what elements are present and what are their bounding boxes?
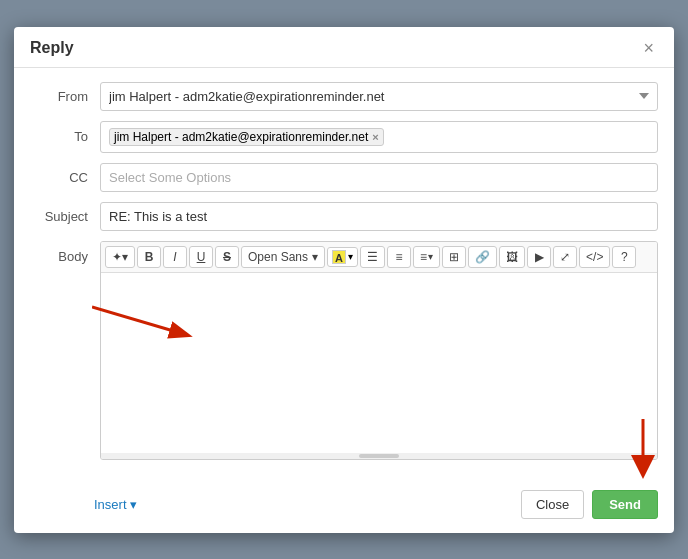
from-row: From jim Halpert - adm2katie@expirationr…: [30, 82, 658, 111]
modal-body: From jim Halpert - adm2katie@expirationr…: [14, 68, 674, 482]
toolbar-table-btn[interactable]: ⊞: [442, 246, 466, 268]
to-label: To: [30, 129, 100, 144]
toolbar-font-dropdown[interactable]: Open Sans ▾: [241, 246, 325, 268]
insert-button[interactable]: Insert ▾: [94, 497, 137, 512]
cc-field[interactable]: Select Some Options: [100, 163, 658, 192]
toolbar-underline-btn[interactable]: U: [189, 246, 213, 268]
toolbar-code-btn[interactable]: </>: [579, 246, 610, 268]
reply-modal: Reply × From jim Halpert - adm2katie@exp…: [14, 27, 674, 533]
footer-actions: Close Send: [521, 490, 658, 519]
toolbar-numbered-list-btn[interactable]: ≡: [387, 246, 411, 268]
close-icon[interactable]: ×: [639, 39, 658, 57]
insert-label: Insert: [94, 497, 127, 512]
toolbar-image-btn[interactable]: 🖼: [499, 246, 525, 268]
to-tag: jim Halpert - adm2katie@expirationremind…: [109, 128, 384, 146]
modal-overlay: Reply × From jim Halpert - adm2katie@exp…: [0, 0, 688, 559]
close-button[interactable]: Close: [521, 490, 584, 519]
subject-input[interactable]: [100, 202, 658, 231]
toolbar-align-btn[interactable]: ≡▾: [413, 246, 440, 268]
from-label: From: [30, 89, 100, 104]
to-tag-remove[interactable]: ×: [372, 131, 378, 143]
toolbar-help-btn[interactable]: ?: [612, 246, 636, 268]
toolbar-link-btn[interactable]: 🔗: [468, 246, 497, 268]
editor-content[interactable]: [101, 273, 657, 453]
modal-footer: Insert ▾ Close Send: [14, 482, 674, 533]
color-chevron: ▾: [348, 251, 353, 262]
cc-placeholder: Select Some Options: [109, 170, 231, 185]
editor-toolbar: ✦▾ B I U S Open Sans ▾: [101, 242, 657, 273]
toolbar-color-btn[interactable]: A ▾: [327, 247, 358, 267]
cc-label: CC: [30, 170, 100, 185]
subject-row: Subject: [30, 202, 658, 231]
insert-chevron: ▾: [130, 497, 137, 512]
editor-wrapper: ✦▾ B I U S Open Sans ▾: [100, 241, 658, 460]
to-field[interactable]: jim Halpert - adm2katie@expirationremind…: [100, 121, 658, 153]
toolbar-italic-btn[interactable]: I: [163, 246, 187, 268]
cc-row: CC Select Some Options: [30, 163, 658, 192]
toolbar-font-chevron: ▾: [312, 250, 318, 264]
toolbar-bullet-list-btn[interactable]: ☰: [360, 246, 385, 268]
body-label: Body: [30, 241, 100, 264]
editor-scrollbar: [101, 453, 657, 459]
send-button[interactable]: Send: [592, 490, 658, 519]
modal-title: Reply: [30, 39, 74, 57]
from-select[interactable]: jim Halpert - adm2katie@expirationremind…: [100, 82, 658, 111]
modal-header: Reply ×: [14, 27, 674, 68]
toolbar-strikethrough-btn[interactable]: S: [215, 246, 239, 268]
subject-label: Subject: [30, 209, 100, 224]
toolbar-font-label: Open Sans: [248, 250, 308, 264]
color-swatch: A: [332, 250, 346, 264]
toolbar-fullscreen-btn[interactable]: ⤢: [553, 246, 577, 268]
to-tag-value: jim Halpert - adm2katie@expirationremind…: [114, 130, 368, 144]
editor-scrollbar-thumb: [359, 454, 399, 458]
toolbar-media-btn[interactable]: ▶: [527, 246, 551, 268]
body-row: Body ✦▾ B I U S: [30, 241, 658, 460]
toolbar-styles-btn[interactable]: ✦▾: [105, 246, 135, 268]
to-row: To jim Halpert - adm2katie@expirationrem…: [30, 121, 658, 153]
toolbar-bold-btn[interactable]: B: [137, 246, 161, 268]
